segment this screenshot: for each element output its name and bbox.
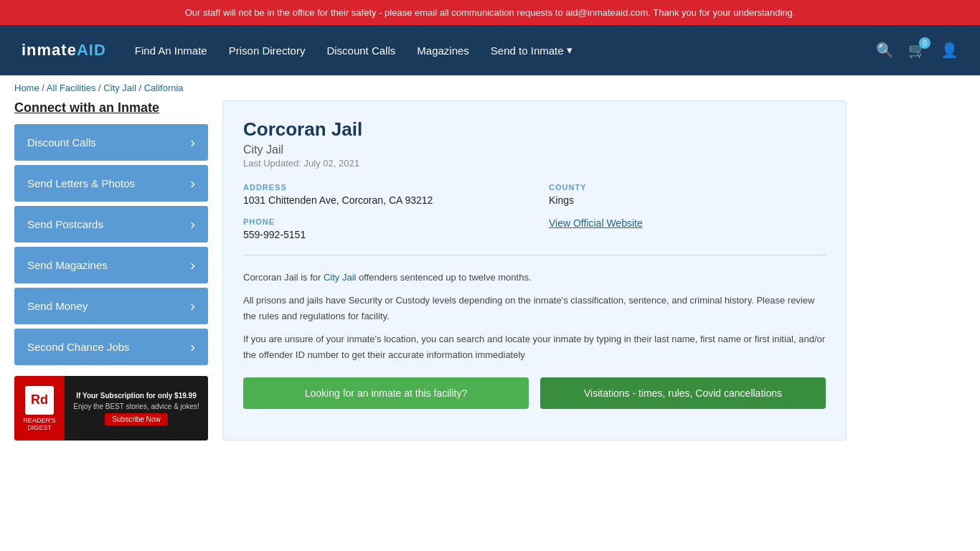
chevron-down-icon: ▾ xyxy=(567,44,573,57)
chevron-right-icon: › xyxy=(190,339,195,355)
county-label: COUNTY xyxy=(549,183,826,192)
user-icon[interactable]: 👤 xyxy=(941,42,958,59)
sidebar-item-send-postcards[interactable]: Send Postcards › xyxy=(14,206,208,242)
facility-name: Corcoran Jail xyxy=(243,118,826,141)
looking-for-inmate-button[interactable]: Looking for an inmate at this facility? xyxy=(243,377,529,409)
nav-find-inmate[interactable]: Find An Inmate xyxy=(135,44,207,57)
visitations-button[interactable]: Visitations - times, rules, Covid cancel… xyxy=(540,377,826,409)
facility-updated: Last Updated: July 02, 2021 xyxy=(243,158,826,169)
main-nav: Find An Inmate Prison Directory Discount… xyxy=(135,44,876,57)
phone-label: PHONE xyxy=(243,217,520,226)
nav-send-to-inmate[interactable]: Send to Inmate ▾ xyxy=(491,44,573,57)
breadcrumb-city-jail[interactable]: City Jail xyxy=(103,83,136,93)
breadcrumb-california[interactable]: California xyxy=(144,83,184,93)
facility-county-block: COUNTY Kings xyxy=(549,183,826,206)
search-icon[interactable]: 🔍 xyxy=(876,42,894,59)
phone-value: 559-992-5151 xyxy=(243,229,520,240)
logo[interactable]: inmateAID xyxy=(22,41,106,60)
facility-phone-block: PHONE 559-992-5151 xyxy=(243,217,520,240)
chevron-right-icon: › xyxy=(190,298,195,314)
ad-subscribe-button[interactable]: Subscribe Now xyxy=(105,413,167,425)
chevron-right-icon: › xyxy=(190,134,195,151)
facility-panel: Corcoran Jail City Jail Last Updated: Ju… xyxy=(222,100,847,441)
breadcrumb: Home / All Facilities / City Jail / Cali… xyxy=(0,75,980,100)
nav-magazines[interactable]: Magazines xyxy=(417,44,469,57)
breadcrumb-all-facilities[interactable]: All Facilities xyxy=(47,83,96,93)
facility-buttons: Looking for an inmate at this facility? … xyxy=(243,377,826,409)
chevron-right-icon: › xyxy=(190,257,195,273)
nav-prison-directory[interactable]: Prison Directory xyxy=(229,44,306,57)
sidebar-item-send-money[interactable]: Send Money › xyxy=(14,288,208,324)
chevron-right-icon: › xyxy=(190,175,195,192)
ad-banner: Rd READER'S DIGEST If Your Subscription … xyxy=(14,376,208,441)
nav-right-icons: 🔍 🛒 0 👤 xyxy=(876,42,958,59)
nav-discount-calls[interactable]: Discount Calls xyxy=(326,44,395,57)
facility-desc2: All prisons and jails have Security or C… xyxy=(243,293,826,324)
sidebar: Connect with an Inmate Discount Calls › … xyxy=(14,100,208,441)
address-value: 1031 Chittenden Ave, Corcoran, CA 93212 xyxy=(243,194,520,206)
ad-logo: Rd xyxy=(25,386,54,415)
facility-desc1: Corcoran Jail is for City Jail offenders… xyxy=(243,270,826,286)
alert-text: Our staff will not be in the office for … xyxy=(185,7,796,18)
breadcrumb-home[interactable]: Home xyxy=(14,83,39,93)
alert-banner: Our staff will not be in the office for … xyxy=(0,0,980,25)
facility-details: ADDRESS 1031 Chittenden Ave, Corcoran, C… xyxy=(243,183,826,255)
address-label: ADDRESS xyxy=(243,183,520,192)
ad-line1: If Your Subscription for only $19.99 xyxy=(76,392,196,400)
county-value: Kings xyxy=(549,194,826,206)
main-content: Connect with an Inmate Discount Calls › … xyxy=(0,100,861,455)
cart-icon[interactable]: 🛒 0 xyxy=(908,42,926,59)
chevron-right-icon: › xyxy=(190,216,195,232)
cart-badge: 0 xyxy=(919,37,930,49)
ad-brand: READER'S DIGEST xyxy=(18,417,61,431)
facility-type: City Jail xyxy=(243,143,826,156)
city-jail-link[interactable]: City Jail xyxy=(324,272,357,283)
ad-line2: Enjoy the BEST stories, advice & jokes! xyxy=(73,402,199,410)
facility-address-block: ADDRESS 1031 Chittenden Ave, Corcoran, C… xyxy=(243,183,520,206)
sidebar-item-discount-calls[interactable]: Discount Calls › xyxy=(14,124,208,161)
sidebar-item-send-letters[interactable]: Send Letters & Photos › xyxy=(14,165,208,202)
facility-official-block: View Official Website xyxy=(549,217,826,240)
official-website-link[interactable]: View Official Website xyxy=(549,217,643,229)
facility-desc3: If you are unsure of your inmate's locat… xyxy=(243,331,826,363)
header: inmateAID Find An Inmate Prison Director… xyxy=(0,25,980,75)
sidebar-item-send-magazines[interactable]: Send Magazines › xyxy=(14,247,208,283)
sidebar-title: Connect with an Inmate xyxy=(14,100,208,116)
sidebar-item-second-chance-jobs[interactable]: Second Chance Jobs › xyxy=(14,329,208,365)
